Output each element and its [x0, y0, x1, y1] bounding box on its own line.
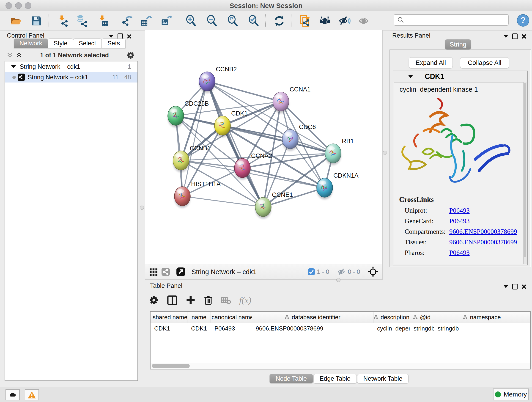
- tab-network-table[interactable]: Network Table: [357, 374, 409, 383]
- column-header-name[interactable]: name: [187, 312, 211, 323]
- panel-menu-icon[interactable]: [109, 35, 114, 38]
- delete-trash-icon[interactable]: [203, 295, 213, 305]
- collapse-all-icon[interactable]: [6, 52, 13, 59]
- network-node-ccna1[interactable]: CCNA1: [273, 86, 311, 111]
- crosslink-value-link[interactable]: 9606.ENSP00000378699: [449, 228, 517, 235]
- tab-sets[interactable]: Sets: [102, 38, 126, 48]
- tab-edge-table[interactable]: Edge Table: [313, 374, 357, 383]
- protein-section-body: cyclin–dependent kinase 1: [394, 82, 527, 264]
- column-header-shared-name[interactable]: shared name: [151, 312, 187, 323]
- crosslink-value-link[interactable]: P06493: [449, 217, 470, 225]
- network-row[interactable]: String Network – cdk1 11 48: [5, 72, 138, 83]
- left-splitter-grip[interactable]: [140, 206, 144, 210]
- tab-select[interactable]: Select: [73, 38, 102, 48]
- save-session-button[interactable]: [30, 13, 43, 28]
- panel-float-icon[interactable]: [512, 284, 518, 289]
- panel-close-icon[interactable]: [522, 284, 526, 289]
- hide-selected-button[interactable]: [338, 13, 351, 28]
- network-canvas-wrap[interactable]: CCNB2CCNA1CDC25BCDK1CDC6RB1CCNB1CCNA2CDK…: [145, 30, 383, 264]
- network-node-count: 11: [112, 74, 119, 81]
- help-button[interactable]: ?: [517, 14, 529, 27]
- detach-view-icon[interactable]: [176, 267, 186, 277]
- network-edge[interactable]: [207, 81, 281, 102]
- zoom-selected-button[interactable]: [247, 13, 260, 28]
- panel-menu-icon[interactable]: [504, 35, 508, 38]
- node-label-cdc6: CDC6: [299, 123, 316, 130]
- network-edge[interactable]: [182, 81, 207, 196]
- results-scrollbar[interactable]: [523, 82, 527, 264]
- table-row[interactable]: CDK1CDK1P064939606.ENSP00000378699cyclin…: [151, 323, 530, 334]
- delete-table-icon[interactable]: [221, 295, 231, 306]
- search-field[interactable]: [394, 14, 509, 26]
- import-table-file-button[interactable]: [96, 13, 109, 28]
- network-canvas[interactable]: CCNB2CCNA1CDC25BCDK1CDC6RB1CCNB1CCNA2CDK…: [145, 30, 382, 264]
- import-network-database-button[interactable]: [75, 13, 88, 28]
- tab-network[interactable]: Network: [14, 38, 48, 48]
- tab-node-table[interactable]: Node Table: [269, 374, 313, 383]
- crosslink-value-link[interactable]: 9606.ENSP00000378699: [449, 238, 517, 246]
- table-cell[interactable]: P06493: [211, 323, 252, 334]
- column-header-id[interactable]: @id: [410, 312, 434, 323]
- cloud-status-button[interactable]: [6, 389, 20, 400]
- crosslink-value-link[interactable]: P06493: [449, 207, 470, 214]
- column-header-database-identifier[interactable]: database identifier: [252, 312, 374, 323]
- export-image-button[interactable]: [160, 13, 173, 28]
- zoom-out-button[interactable]: [205, 13, 219, 28]
- network-view-icon[interactable]: [161, 267, 170, 276]
- search-input[interactable]: [406, 16, 508, 24]
- expand-all-icon[interactable]: [16, 52, 22, 59]
- right-splitter-grip[interactable]: [383, 151, 387, 155]
- show-hidden-button[interactable]: [357, 13, 370, 28]
- column-header-description[interactable]: description: [374, 312, 410, 323]
- crosslink-row: Tissues:9606.ENSP00000378699: [394, 237, 526, 247]
- open-session-button[interactable]: [9, 13, 22, 28]
- table-cell[interactable]: CDK1: [151, 323, 187, 334]
- network-node-rb1[interactable]: RB1: [325, 138, 354, 163]
- zoom-fit-button[interactable]: [226, 13, 239, 28]
- panel-close-icon[interactable]: [522, 34, 526, 39]
- crosslink-value-link[interactable]: P06493: [449, 249, 470, 256]
- import-network-file-button[interactable]: [56, 13, 69, 28]
- network-edge[interactable]: [182, 196, 263, 207]
- birdseye-icon[interactable]: [368, 267, 378, 277]
- panel-menu-icon[interactable]: [504, 285, 508, 288]
- table-cell[interactable]: stringdb:9...: [410, 323, 434, 334]
- column-header-canonical-name[interactable]: canonical name: [211, 312, 252, 323]
- add-icon[interactable]: [186, 295, 196, 305]
- protein-section-header[interactable]: CDK1: [393, 71, 527, 82]
- columns-icon[interactable]: [167, 295, 178, 306]
- network-edge[interactable]: [181, 160, 242, 168]
- hidden-eye-icon[interactable]: [337, 267, 346, 276]
- memory-button[interactable]: Memory: [493, 389, 529, 400]
- horizontal-splitter-grip[interactable]: [336, 278, 341, 282]
- tree-expander-icon[interactable]: [11, 65, 16, 68]
- tab-string[interactable]: String: [445, 39, 471, 50]
- table-hscrollbar[interactable]: [151, 363, 530, 369]
- refresh-button[interactable]: [273, 13, 286, 28]
- selected-checkbox-icon[interactable]: [308, 268, 315, 275]
- grid-view-icon[interactable]: [149, 268, 158, 276]
- export-network-button[interactable]: [120, 13, 133, 28]
- warnings-button[interactable]: [25, 389, 39, 400]
- panel-close-icon[interactable]: [127, 34, 132, 39]
- section-collapse-icon[interactable]: [408, 75, 413, 78]
- houses-button[interactable]: [318, 13, 331, 28]
- panel-float-icon[interactable]: [512, 33, 518, 39]
- table-cell[interactable]: CDK1: [187, 323, 211, 334]
- network-node-cdkn1a[interactable]: CDKN1A: [317, 172, 359, 197]
- column-header-namespace[interactable]: namespace: [434, 312, 530, 323]
- network-options-gear-icon[interactable]: [127, 51, 135, 59]
- table-cell[interactable]: stringdb: [434, 323, 530, 334]
- function-builder-icon[interactable]: f(x): [239, 295, 251, 305]
- duplicate-network-button[interactable]: [298, 13, 312, 28]
- tab-style[interactable]: Style: [48, 38, 73, 48]
- network-collection-row[interactable]: String Network – cdk1 1: [5, 61, 138, 72]
- export-table-button[interactable]: [139, 13, 153, 28]
- collapse-all-button[interactable]: Collapse All: [460, 57, 509, 68]
- table-settings-gear-icon[interactable]: [148, 295, 159, 306]
- table-cell[interactable]: 9606.ENSP00000378699: [252, 323, 374, 334]
- toolbar-separator: [291, 14, 291, 27]
- expand-all-button[interactable]: Expand All: [409, 57, 453, 68]
- table-cell[interactable]: cyclin–dependent ...: [374, 323, 410, 334]
- zoom-in-button[interactable]: [184, 13, 198, 28]
